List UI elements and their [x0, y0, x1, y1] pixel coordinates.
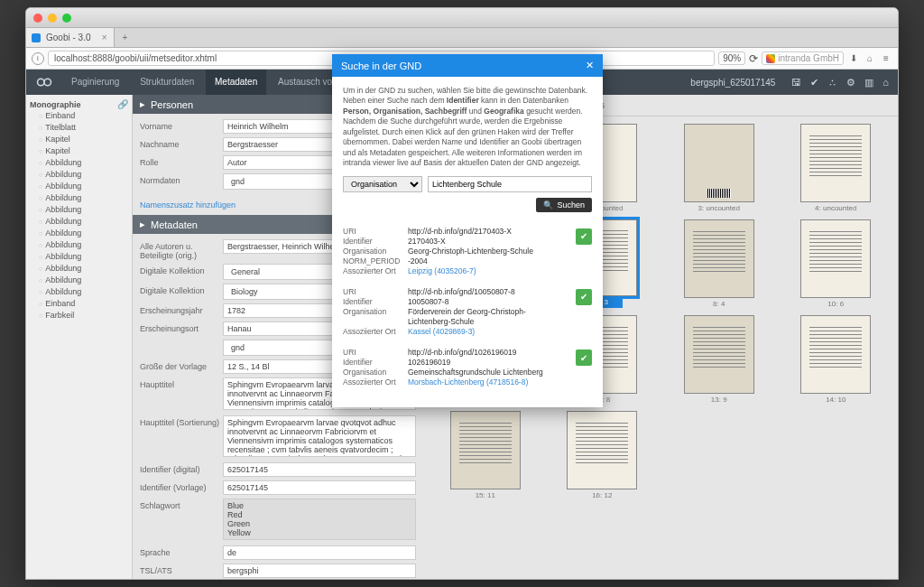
svg-point-1	[44, 79, 51, 86]
accept-result-button[interactable]: ✔	[576, 289, 592, 305]
nav-metadaten[interactable]: Metadaten	[206, 70, 266, 95]
favicon	[32, 33, 41, 42]
thumb-caption: 3: uncounted	[698, 202, 740, 212]
search-box[interactable]: intranda GmbH	[762, 51, 844, 65]
thumbnail[interactable]: 3: uncounted	[664, 124, 774, 212]
schlagwort-input[interactable]: Blue Red Green Yellow	[223, 498, 416, 540]
google-icon	[766, 54, 775, 63]
label: Nachname	[140, 137, 223, 149]
category-select[interactable]: Organisation	[343, 176, 422, 192]
search-result: URIhttp://d-nb.info/gnd/1026196019Identi…	[343, 348, 592, 387]
search-result: URIhttp://d-nb.info/gnd/2170403-XIdentif…	[343, 227, 592, 276]
tree-item[interactable]: Kapitel	[28, 134, 130, 145]
save-icon[interactable]: 🖫	[791, 77, 801, 89]
modal-header: Suche in der GND ✕	[332, 54, 603, 77]
nav-strukturdaten[interactable]: Strukturdaten	[131, 70, 203, 95]
thumb-caption: 8: 4	[713, 298, 725, 308]
search-button[interactable]: 🔍 Suchen	[536, 198, 592, 212]
close-tab-icon[interactable]: ×	[102, 33, 107, 42]
site-info-icon[interactable]: i	[32, 52, 44, 65]
modal-title: Suche in der GND	[341, 61, 421, 71]
tree-item[interactable]: Abbildung	[28, 286, 130, 298]
label: Vorname	[140, 119, 223, 131]
svg-point-0	[38, 79, 45, 86]
home-nav-icon[interactable]: ⌂	[882, 77, 889, 89]
gnd-search-modal: Suche in der GND ✕ Um in der GND zu such…	[332, 54, 603, 407]
menu-icon[interactable]: ≡	[880, 53, 892, 63]
validate-icon[interactable]: ⛬	[827, 77, 837, 89]
thumb-caption: 13: 9	[711, 394, 727, 404]
link-icon[interactable]: 🔗	[117, 99, 128, 109]
label: Rolle	[140, 155, 223, 167]
tree-item[interactable]: Abbildung	[28, 263, 130, 275]
thumbnail[interactable]: 10: 6	[781, 219, 892, 308]
accept-result-button[interactable]: ✔	[576, 349, 592, 366]
tree-root[interactable]: Monographie🔗	[28, 98, 130, 110]
tree-item[interactable]: Abbildung	[28, 228, 130, 239]
id-vorlage-input[interactable]	[223, 480, 416, 495]
help-icon[interactable]: ▥	[864, 77, 873, 89]
titlebar	[26, 8, 898, 28]
process-id[interactable]: bergsphi_625017145	[683, 78, 782, 88]
sprache-input[interactable]	[223, 545, 416, 560]
search-result: URIhttp://d-nb.info/gnd/10050807-8Identi…	[343, 287, 592, 337]
modal-close-icon[interactable]: ✕	[586, 60, 594, 71]
thumbnail[interactable]: 8: 4	[664, 219, 774, 308]
tree-item[interactable]: Farbkeil	[28, 310, 130, 321]
thumbnail[interactable]: 4: uncounted	[781, 124, 892, 212]
new-tab-button[interactable]: +	[115, 33, 134, 42]
download-icon[interactable]: ⬇	[847, 53, 860, 63]
close-window[interactable]	[33, 14, 42, 23]
thumb-caption: 10: 6	[827, 298, 844, 308]
tree-item[interactable]: Abbildung	[28, 216, 130, 228]
tree-item[interactable]: Abbildung	[28, 251, 130, 263]
tree-item[interactable]: Einband	[28, 110, 130, 122]
id-digital-input[interactable]	[223, 462, 416, 477]
accept-result-button[interactable]: ✔	[576, 228, 592, 245]
thumbnail[interactable]: 14: 10	[781, 315, 892, 404]
label: Normdaten	[140, 173, 223, 185]
thumbnail[interactable]: 16: 12	[548, 411, 658, 499]
reload-icon[interactable]: ⟳	[749, 52, 758, 65]
search-query-input[interactable]	[428, 176, 592, 192]
thumb-caption: 14: 10	[826, 394, 845, 404]
settings-icon[interactable]: ⚙	[846, 77, 855, 89]
zoom-level[interactable]: 90%	[718, 51, 745, 65]
nav-paginierung[interactable]: Paginierung	[62, 70, 128, 95]
thumbnail[interactable]: 13: 9	[664, 315, 774, 404]
minimize-window[interactable]	[48, 14, 57, 23]
browser-tabs: Goobi - 3.0 × +	[26, 28, 898, 48]
tree-item[interactable]: Abbildung	[28, 239, 130, 251]
tab-title: Goobi - 3.0	[46, 33, 90, 42]
structure-tree: Monographie🔗 EinbandTitelblattKapitelKap…	[26, 95, 133, 579]
tree-item[interactable]: Abbildung	[28, 157, 130, 169]
thumbnail[interactable]: 15: 11	[430, 411, 541, 499]
check-icon[interactable]: ✔	[810, 77, 818, 89]
tree-item[interactable]: Kapitel	[28, 145, 130, 157]
modal-description: Um in der GND zu suchen, wählen Sie bitt…	[343, 86, 592, 169]
tree-item[interactable]: Abbildung	[28, 192, 130, 204]
sort-input[interactable]: Sphingvm Evropaearvm larvae qvotqvot adh…	[223, 415, 416, 457]
thumb-caption: 4: uncounted	[815, 202, 856, 212]
tree-item[interactable]: Abbildung	[28, 181, 130, 192]
tree-item[interactable]: Abbildung	[28, 169, 130, 181]
maximize-window[interactable]	[62, 14, 71, 23]
browser-tab[interactable]: Goobi - 3.0 ×	[26, 28, 115, 47]
thumb-caption: 16: 12	[592, 489, 612, 499]
app-logo[interactable]	[26, 74, 62, 90]
tree-item[interactable]: Einband	[28, 298, 130, 310]
tree-item[interactable]: Abbildung	[28, 275, 130, 286]
tree-item[interactable]: Abbildung	[28, 204, 130, 216]
tree-item[interactable]: Titelblatt	[28, 122, 130, 134]
home-icon[interactable]: ⌂	[864, 53, 876, 63]
tsl-input[interactable]	[223, 564, 416, 578]
thumb-caption: 15: 11	[476, 489, 495, 499]
